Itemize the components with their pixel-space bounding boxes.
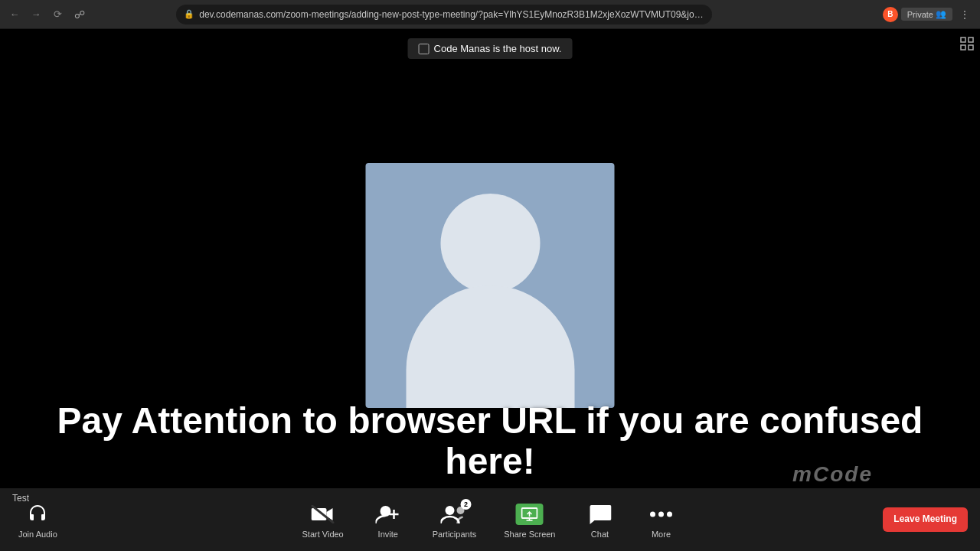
more-label: More (652, 530, 671, 539)
svg-point-14 (650, 512, 655, 517)
browser-right-icons: B Private 👥 ⋮ (883, 5, 974, 24)
video-off-icon (309, 500, 337, 528)
address-bar[interactable]: 🔒 dev.codemanas.com/zoom-meetings/adding… (176, 5, 712, 24)
bookmark-button[interactable]: ☍ (70, 5, 89, 24)
avatar-head (440, 194, 540, 293)
svg-rect-0 (961, 37, 965, 42)
back-button[interactable]: ← (6, 6, 23, 23)
share-screen-icon (516, 500, 544, 528)
more-icon (647, 500, 675, 528)
chat-icon (586, 500, 613, 528)
share-screen-button[interactable]: Share Screen (499, 497, 560, 542)
leave-meeting-button[interactable]: Leave Meeting (883, 507, 968, 532)
avatar-figure (366, 194, 615, 408)
invite-icon (374, 500, 402, 528)
avatar-body (406, 285, 574, 408)
host-notification: Code Manas is the host now. (408, 38, 573, 59)
svg-point-16 (667, 512, 672, 517)
svg-rect-2 (961, 45, 965, 50)
forward-button[interactable]: → (28, 6, 44, 23)
participants-label: Participants (433, 530, 476, 539)
private-icon: 👥 (936, 9, 946, 19)
watermark: mCode (792, 462, 873, 487)
private-button[interactable]: Private 👥 (901, 8, 952, 21)
svg-point-15 (658, 512, 664, 517)
toolbar-center: Start Video Invite (298, 497, 683, 542)
notification-text: Code Manas is the host now. (434, 43, 562, 54)
menu-button[interactable]: ⋮ (956, 5, 974, 24)
grid-view-button[interactable] (960, 37, 974, 54)
lock-icon: 🔒 (184, 9, 194, 19)
invite-label: Invite (378, 530, 398, 539)
svg-point-8 (445, 506, 454, 515)
watermark-text: mCode (792, 462, 873, 486)
headphones-icon (24, 500, 51, 528)
chat-button[interactable]: Chat (578, 497, 621, 542)
invite-button[interactable]: Invite (367, 497, 410, 542)
join-audio-label: Join Audio (18, 530, 57, 539)
browser-chrome: ← → ⟳ ☍ 🔒 dev.codemanas.com/zoom-meeting… (0, 0, 980, 29)
participants-button[interactable]: 2 Participants (428, 497, 481, 542)
meeting-toolbar: Test Join Audio Start (0, 488, 980, 551)
join-audio-button[interactable]: Join Audio (12, 497, 64, 542)
participants-count-badge: 2 (460, 499, 471, 510)
participant-avatar (366, 163, 615, 408)
svg-rect-1 (969, 37, 973, 42)
more-button[interactable]: More (639, 497, 682, 542)
toolbar-right: Leave Meeting (883, 507, 968, 532)
start-video-button[interactable]: Start Video (298, 497, 348, 542)
brave-icon: B (883, 7, 898, 22)
notification-icon (419, 44, 430, 54)
start-video-label: Start Video (302, 530, 344, 539)
main-content: Code Manas is the host now. Pay Attentio… (0, 29, 980, 551)
share-screen-label: Share Screen (504, 530, 555, 539)
participants-icon: 2 (440, 500, 468, 528)
svg-rect-3 (969, 45, 973, 50)
chat-label: Chat (591, 530, 609, 539)
url-text: dev.codemanas.com/zoom-meetings/adding-n… (199, 9, 704, 20)
private-label: Private (907, 10, 933, 19)
reload-button[interactable]: ⟳ (49, 6, 66, 23)
